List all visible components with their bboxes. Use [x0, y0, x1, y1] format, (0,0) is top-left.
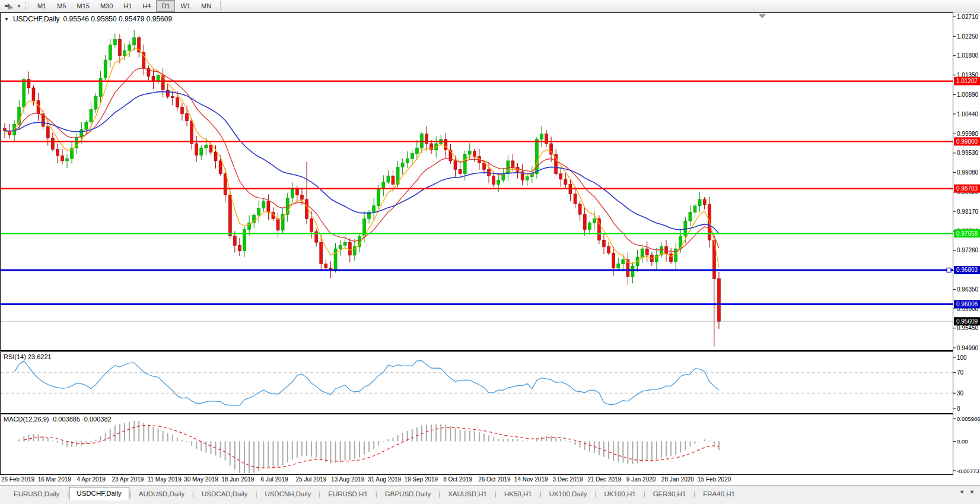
x-axis-label: 11 May 2019	[148, 476, 182, 483]
symbol-period-label: USDCHF,Daily	[13, 15, 60, 23]
y-axis-tick: 0.99980	[957, 131, 979, 137]
svg-text:0.99800: 0.99800	[956, 138, 978, 145]
cascade-arrows-icon	[4, 2, 13, 10]
main-chart-panel[interactable]: 1.027101.022501.018001.013501.008901.004…	[0, 12, 980, 351]
timeframe-button-w1[interactable]: W1	[175, 0, 196, 12]
svg-text:1.01207: 1.01207	[956, 78, 978, 84]
y-axis-tick: 0.97260	[957, 247, 979, 253]
y-axis-tick: 0.98170	[957, 208, 979, 215]
chart-tab-uk100-h1[interactable]: UK100,H1	[597, 488, 644, 500]
x-axis-label: 15 Feb 2020	[698, 476, 731, 483]
chart-tabs-bar: EURUSD,Daily|USDCHF,Daily|AUDUSD,Daily|U…	[0, 485, 980, 500]
rsi-chart[interactable]: 10070300	[0, 351, 980, 414]
x-axis-label: 14 Nov 2019	[514, 476, 548, 483]
chevron-down-icon[interactable]: ▼	[15, 4, 24, 9]
y-axis-tick: 0.96350	[957, 286, 979, 293]
svg-text:0.96008: 0.96008	[956, 301, 978, 308]
timeframe-button-d1[interactable]: D1	[156, 0, 175, 12]
rsi-label: RSI(14) 23.6221	[4, 353, 52, 360]
toolbar-grip[interactable]	[26, 2, 28, 10]
svg-text:0.96803: 0.96803	[956, 267, 978, 273]
status-bar	[0, 500, 980, 504]
x-axis-label: 23 Apr 2019	[112, 476, 144, 483]
svg-text:0.95609: 0.95609	[956, 318, 978, 325]
x-axis-label: 3 Dec 2019	[552, 476, 583, 483]
x-axis-label: 26 Feb 2019	[1, 476, 34, 483]
y-axis-tick: 1.02250	[957, 33, 979, 40]
timeframe-buttons: M1M5M15M30H1H4D1W1MN	[32, 0, 217, 12]
timeframe-button-m30[interactable]: M30	[95, 0, 118, 12]
chart-tab-xauusd-h1[interactable]: XAUUSD,H1	[440, 488, 495, 500]
chart-tab-audusd-daily[interactable]: AUDUSD,Daily	[131, 488, 192, 500]
y-axis-tick: 0.99530	[957, 150, 979, 156]
y-axis-tick: 0.94990	[957, 345, 979, 351]
y-axis-tick: 0.99080	[957, 169, 979, 176]
timeframe-button-h1[interactable]: H1	[118, 0, 137, 12]
y-axis-tick: 1.01800	[957, 52, 979, 59]
chart-tab-usdcad-daily[interactable]: USDCAD,Daily	[194, 488, 255, 500]
chart-title: ▼ USDCHF,Daily 0.95546 0.95850 0.95479 0…	[4, 15, 172, 23]
macd-chart[interactable]: 0.0059860.00-0.007737	[0, 414, 980, 475]
rsi-axis-tick: 0	[957, 405, 960, 412]
x-axis-label: 21 Dec 2019	[587, 476, 621, 483]
y-axis-tick: 1.00890	[957, 91, 979, 98]
top-toolbar: ▼ M1M5M15M30H1H4D1W1MN	[0, 0, 980, 12]
chart-tab-eurusd-daily[interactable]: EURUSD,Daily	[6, 488, 67, 500]
x-axis-label: 16 Mar 2019	[38, 476, 71, 483]
macd-label: MACD(12,26,9) -0.003885 -0.000382	[4, 416, 112, 423]
chart-tab-eurusd-h1[interactable]: EURUSD,H1	[320, 488, 375, 500]
chart-tab-usdchf-daily[interactable]: USDCHF,Daily	[69, 487, 129, 500]
rsi-axis-tick: 70	[957, 369, 964, 376]
x-axis-label: 18 Jun 2019	[221, 476, 254, 483]
timeframe-button-mn[interactable]: MN	[196, 0, 217, 12]
timeframe-button-h4[interactable]: H4	[137, 0, 156, 12]
x-axis-label: 4 Apr 2019	[77, 476, 105, 483]
y-axis-tick: 0.95450	[957, 325, 979, 331]
rsi-indicator-panel[interactable]: 10070300 RSI(14) 23.6221	[0, 351, 980, 414]
timeframe-button-m1[interactable]: M1	[32, 0, 52, 12]
x-axis-label: 19 Sep 2019	[404, 476, 438, 483]
rsi-axis-tick: 30	[957, 390, 964, 397]
title-dropdown-icon[interactable]: ▼	[4, 17, 9, 22]
chart-tab-usdcnh-daily[interactable]: USDCNH,Daily	[257, 488, 319, 500]
timeframe-button-m15[interactable]: M15	[71, 0, 94, 12]
x-axis-label: 26 Oct 2019	[478, 476, 510, 483]
tab-scroll-right-button[interactable]: ►	[970, 489, 975, 495]
chart-tab-fra40-h1[interactable]: FRA40,H1	[695, 488, 743, 500]
rsi-axis-tick: 100	[957, 354, 967, 361]
x-axis-label: 9 Jan 2020	[626, 476, 656, 483]
time-axis[interactable]: 26 Feb 201916 Mar 20194 Apr 201923 Apr 2…	[0, 475, 980, 485]
tab-scroll-left-button[interactable]: ◄	[959, 489, 964, 495]
macd-axis-tick: 0.00	[957, 438, 968, 445]
macd-axis-tick: -0.007737	[957, 468, 980, 474]
chart-tab-ger30-h1[interactable]: GER30,H1	[645, 488, 694, 500]
svg-text:0.98703: 0.98703	[956, 185, 978, 192]
y-axis-tick: 1.00440	[957, 111, 979, 118]
x-axis-label: 13 Aug 2019	[331, 476, 364, 483]
macd-indicator-panel[interactable]: 0.0059860.00-0.007737 MACD(12,26,9) -0.0…	[0, 414, 980, 475]
timeframe-button-m5[interactable]: M5	[52, 0, 71, 12]
tab-scroll-buttons: ◄ ►	[959, 489, 975, 495]
chart-tab-gbpusd-daily[interactable]: GBPUSD,Daily	[377, 488, 438, 500]
chart-tab-hk50-h1[interactable]: HK50,H1	[497, 488, 540, 500]
toolbar-separator	[220, 1, 221, 11]
x-axis-label: 31 Aug 2019	[368, 476, 401, 483]
ohlc-values: 0.95546 0.95850 0.95479 0.95609	[63, 15, 173, 23]
x-axis-label: 30 May 2019	[184, 476, 218, 483]
chart-windows-icon[interactable]	[0, 2, 15, 10]
y-axis-tick: 1.02710	[957, 14, 979, 20]
chart-tab-uk100-daily[interactable]: UK100,Daily	[542, 488, 595, 500]
macd-axis-tick: 0.005986	[957, 416, 980, 422]
x-axis-label: 8 Oct 2019	[443, 476, 472, 483]
x-axis-label: 28 Jan 2020	[661, 476, 694, 483]
x-axis-label: 6 Jul 2019	[261, 476, 288, 483]
price-chart[interactable]: 1.027101.022501.018001.013501.008901.004…	[0, 12, 980, 351]
line-handle	[947, 268, 951, 272]
x-axis-label: 25 Jul 2019	[296, 476, 327, 483]
svg-text:0.97658: 0.97658	[956, 230, 978, 237]
